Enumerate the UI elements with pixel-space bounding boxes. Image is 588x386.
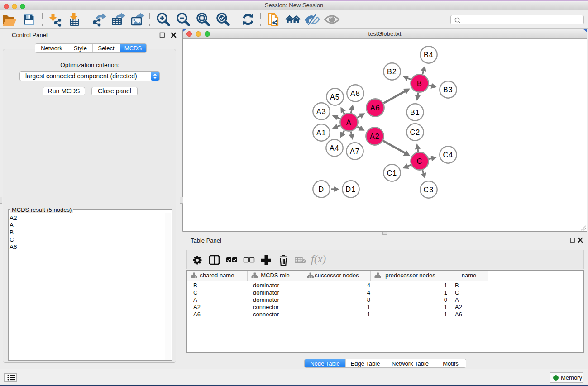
svg-text:A2: A2 (370, 133, 380, 140)
svg-text:C: C (417, 157, 423, 165)
svg-text:A8: A8 (350, 90, 360, 97)
svg-text:C3: C3 (424, 186, 434, 194)
svg-text:A6: A6 (370, 104, 380, 112)
svg-text:A1: A1 (316, 129, 326, 137)
svg-text:C4: C4 (443, 151, 454, 159)
svg-text:B1: B1 (410, 109, 420, 116)
svg-text:B3: B3 (443, 86, 453, 94)
svg-text:B: B (417, 80, 422, 87)
svg-text:C2: C2 (410, 129, 421, 136)
svg-text:A4: A4 (330, 144, 339, 152)
svg-text:B4: B4 (424, 51, 434, 59)
svg-text:A5: A5 (330, 93, 340, 101)
svg-text:D1: D1 (346, 186, 356, 193)
svg-text:A3: A3 (316, 108, 326, 115)
svg-text:C1: C1 (387, 169, 397, 177)
svg-text:A7: A7 (350, 148, 360, 155)
svg-text:B2: B2 (387, 68, 397, 76)
svg-text:D: D (319, 186, 325, 193)
svg-text:A: A (346, 119, 352, 126)
